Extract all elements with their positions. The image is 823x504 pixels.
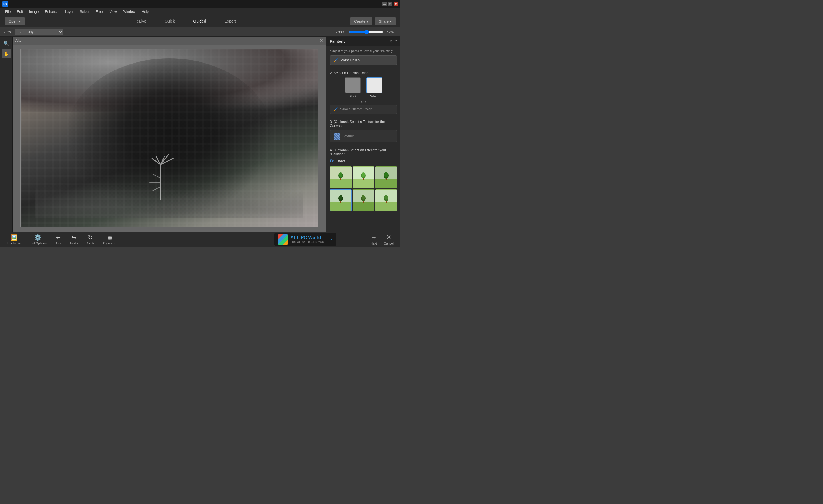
svg-point-2 (339, 172, 342, 177)
next-button[interactable]: → Next (367, 232, 380, 246)
paint-brush-button[interactable]: 🖌️ Paint Brush (330, 55, 397, 65)
titlebar: Ps — □ ✕ (0, 0, 400, 8)
organizer-tool[interactable]: ▦ Organizer (99, 233, 121, 246)
photo-bin-icon: 🖼️ (11, 234, 18, 241)
custom-color-label: Select Custom Color (340, 107, 372, 111)
color-white-item[interactable]: White (366, 77, 382, 98)
undo-tool[interactable]: ↩ Undo (51, 233, 66, 246)
search-tool-button[interactable]: 🔍 (2, 39, 11, 48)
canvas-color-label: 2. Select a Canvas Color. (330, 71, 397, 75)
effect-fx-icon: fx (330, 158, 334, 164)
win-controls: — □ ✕ (382, 2, 398, 6)
panel-help-button[interactable]: ? (395, 39, 397, 43)
tool-options-tool[interactable]: ⚙️ Tool Options (25, 233, 51, 246)
effect-thumb-3[interactable] (375, 166, 397, 188)
svg-point-14 (362, 195, 365, 200)
maximize-button[interactable]: □ (388, 2, 392, 6)
menu-enhance[interactable]: Enhance (42, 9, 61, 15)
color-black-item[interactable]: Black (345, 77, 361, 98)
color-swatch-black[interactable] (345, 77, 361, 93)
redo-icon: ↪ (71, 234, 76, 241)
menu-layer[interactable]: Layer (62, 9, 76, 15)
organizer-label: Organizer (103, 241, 117, 245)
texture-button[interactable]: Texture (330, 130, 397, 142)
app-icon: Ps (2, 1, 8, 7)
menu-file[interactable]: File (2, 9, 13, 15)
tab-expert[interactable]: Expert (215, 17, 245, 26)
rotate-tool[interactable]: ↻ Rotate (81, 233, 99, 246)
cancel-icon: ✕ (386, 234, 391, 241)
effect-thumb-6[interactable] (375, 189, 397, 211)
tool-options-label: Tool Options (29, 241, 47, 245)
effect-section: 4. (Optional) Select an Effect for your … (326, 145, 400, 214)
effect-thumb-5[interactable] (353, 189, 374, 211)
next-label: Next (370, 242, 377, 245)
menu-select[interactable]: Select (77, 9, 92, 15)
rotate-icon: ↻ (88, 234, 93, 241)
share-button[interactable]: Share ▾ (375, 17, 396, 25)
effect-thumbnails (330, 166, 397, 211)
or-divider: OR (330, 100, 397, 104)
hand-tool-button[interactable]: ✋ (2, 49, 11, 58)
hand-icon: ✋ (3, 51, 9, 57)
right-panel: Painterly ↺ ? subject of your photo to r… (326, 37, 400, 232)
minimize-button[interactable]: — (382, 2, 387, 6)
menu-help[interactable]: Help (139, 9, 152, 15)
allpc-logo (278, 234, 288, 244)
paint-brush-label: Paint Brush (340, 58, 360, 62)
texture-text: Texture (343, 134, 354, 138)
menu-window[interactable]: Window (121, 9, 139, 15)
custom-color-button[interactable]: 🖌️ Select Custom Color (330, 105, 397, 114)
tab-quick[interactable]: Quick (156, 17, 184, 26)
create-button[interactable]: Create ▾ (350, 17, 372, 25)
svg-point-17 (384, 195, 388, 200)
zoom-slider[interactable] (349, 30, 383, 34)
color-swatches: Black White (330, 77, 397, 98)
effect-thumb-2[interactable] (353, 166, 374, 188)
effect-thumb-4[interactable] (330, 189, 352, 211)
svg-point-11 (339, 195, 342, 200)
effect-thumb-1[interactable] (330, 166, 352, 188)
allpc-banner[interactable]: ALL PC World Free Apps One Click Away → (274, 233, 336, 246)
color-swatch-white[interactable] (366, 77, 382, 93)
open-button[interactable]: Open ▾ (5, 17, 25, 25)
main-area: 🔍 ✋ After ✕ (0, 37, 400, 232)
photo-bin-label: Photo Bin (7, 241, 21, 245)
tab-elive[interactable]: eLive (128, 17, 155, 26)
canvas-close-button[interactable]: ✕ (320, 38, 323, 43)
menu-edit[interactable]: Edit (14, 9, 26, 15)
cancel-button[interactable]: ✕ Cancel (380, 232, 397, 246)
toolbar: View: After Only Before Only Before & Af… (0, 27, 400, 37)
canvas-content[interactable] (13, 45, 326, 232)
zoom-value: 52% (387, 30, 397, 34)
left-toolbar: 🔍 ✋ (0, 37, 13, 232)
color-black-label: Black (349, 95, 356, 98)
canvas-header: After ✕ (13, 37, 326, 45)
menu-filter[interactable]: Filter (93, 9, 106, 15)
color-white-label: White (370, 95, 378, 98)
canvas-title: After (15, 39, 23, 43)
paint-brush-icon: 🖌️ (334, 58, 338, 62)
panel-refresh-button[interactable]: ↺ (389, 39, 393, 43)
view-label: View: (3, 30, 12, 34)
modebar: Open ▾ eLive Quick Guided Expert Create … (0, 15, 400, 27)
effect-text: Effect (336, 159, 345, 163)
texture-icon (334, 133, 340, 140)
view-select[interactable]: After Only Before Only Before & After Ho… (15, 29, 63, 35)
menubar: File Edit Image Enhance Layer Select Fil… (0, 8, 400, 15)
effect-section-label: 4. (Optional) Select an Effect for your … (330, 148, 397, 156)
redo-tool[interactable]: ↪ Redo (66, 233, 81, 246)
panel-icon-buttons: ↺ ? (389, 39, 397, 43)
close-button[interactable]: ✕ (393, 2, 398, 6)
allpc-text: ALL PC World Free Apps One Click Away (290, 235, 324, 243)
photo-bin-tool[interactable]: 🖼️ Photo Bin (3, 233, 25, 246)
menu-image[interactable]: Image (26, 9, 41, 15)
tab-guided[interactable]: Guided (184, 17, 215, 26)
mode-tabs: eLive Quick Guided Expert (25, 17, 348, 26)
panel-intro-section: subject of your photo to reveal your "Pa… (326, 46, 400, 68)
menu-view[interactable]: View (107, 9, 120, 15)
allpc-arrow-icon: → (328, 236, 333, 242)
panel-intro-text: subject of your photo to reveal your "Pa… (330, 49, 397, 53)
canvas-color-section: 2. Select a Canvas Color. Black White OR… (326, 68, 400, 117)
zoom-label: Zoom: (336, 30, 346, 34)
